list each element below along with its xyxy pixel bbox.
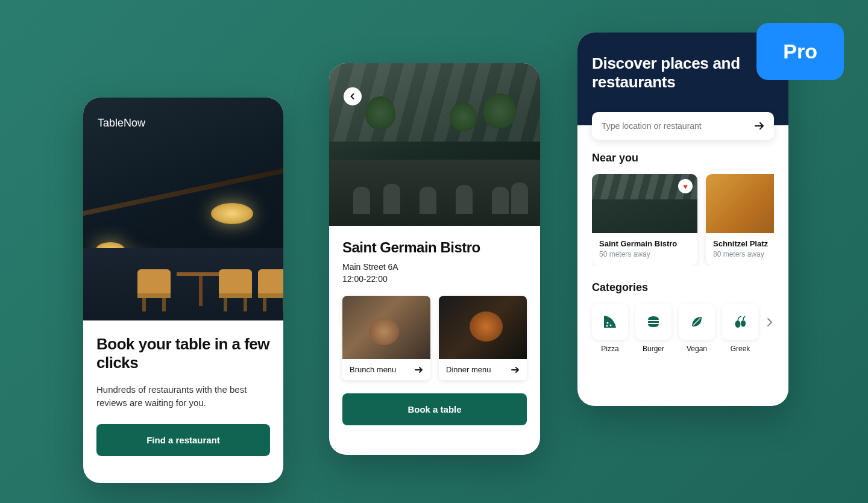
restaurant-name: Saint Germain Bistro (342, 239, 527, 256)
chevron-right-icon (767, 317, 773, 327)
discover-title: Discover places and restaurants (592, 54, 774, 92)
category-label: Pizza (601, 345, 618, 353)
category-label: Greek (731, 345, 750, 353)
heart-icon: ♥ (683, 182, 688, 191)
back-button[interactable] (344, 87, 362, 105)
category-burger[interactable]: Burger (635, 304, 671, 353)
search-input[interactable] (602, 121, 755, 131)
categories-more-button[interactable] (766, 314, 774, 330)
svg-point-2 (606, 325, 608, 327)
menu-label: Brunch menu (350, 365, 396, 374)
near-you-heading: Near you (592, 152, 774, 164)
restaurant-card-image (706, 174, 774, 233)
restaurant-hero-image (329, 63, 540, 226)
arrow-right-icon (415, 366, 423, 373)
restaurant-address: Main Street 6A (342, 262, 527, 272)
chevron-left-icon (349, 93, 356, 100)
arrow-right-icon (511, 366, 520, 373)
restaurant-card[interactable]: ♥ Saint Germain Bistro 50 meters away (592, 174, 697, 266)
svg-point-1 (609, 325, 611, 326)
restaurant-hours: 12:00-22:00 (342, 274, 527, 284)
find-restaurant-button[interactable]: Find a restaurant (96, 424, 270, 456)
menu-card-dinner[interactable]: Dinner menu (439, 296, 527, 380)
svg-point-4 (735, 320, 741, 328)
restaurant-card-distance: 80 meters away (713, 250, 774, 258)
category-label: Burger (643, 345, 664, 353)
screen-discover: Discover places and restaurants Near you… (577, 33, 788, 406)
menu-card-brunch[interactable]: Brunch menu (342, 296, 430, 380)
olives-icon (732, 313, 749, 330)
hero-image: TableNow (83, 98, 283, 320)
categories-heading: Categories (592, 281, 774, 294)
search-bar[interactable] (592, 112, 774, 140)
svg-rect-3 (648, 321, 659, 323)
pizza-icon (602, 313, 618, 330)
menu-label: Dinner menu (446, 365, 491, 374)
onboarding-subtitle: Hundreds of restaurants with the best re… (96, 383, 270, 410)
leaf-icon (688, 313, 705, 330)
category-label: Vegan (687, 345, 707, 353)
category-vegan[interactable]: Vegan (679, 304, 715, 353)
restaurant-card-distance: 50 meters away (599, 250, 690, 258)
svg-point-5 (741, 320, 746, 327)
brand-label: TableNow (98, 117, 145, 130)
burger-icon (645, 313, 662, 330)
svg-point-0 (606, 322, 608, 324)
pro-badge: Pro (756, 23, 844, 80)
screen-onboarding: TableNow Book your table in a few clicks… (83, 98, 283, 483)
restaurant-card-name: Schnitzel Platz (713, 239, 774, 248)
restaurant-card[interactable]: Schnitzel Platz 80 meters away (706, 174, 774, 266)
screen-restaurant-detail: Saint Germain Bistro Main Street 6A 12:0… (329, 63, 540, 455)
favorite-button[interactable]: ♥ (678, 179, 693, 193)
category-pizza[interactable]: Pizza (592, 304, 628, 353)
menu-image (439, 296, 527, 359)
book-table-button[interactable]: Book a table (342, 393, 527, 425)
category-greek[interactable]: Greek (722, 304, 758, 353)
arrow-right-icon (755, 122, 764, 130)
menu-image (342, 296, 430, 359)
onboarding-title: Book your table in a few clicks (96, 335, 270, 372)
restaurant-card-name: Saint Germain Bistro (599, 239, 690, 248)
restaurant-card-image: ♥ (592, 174, 697, 233)
